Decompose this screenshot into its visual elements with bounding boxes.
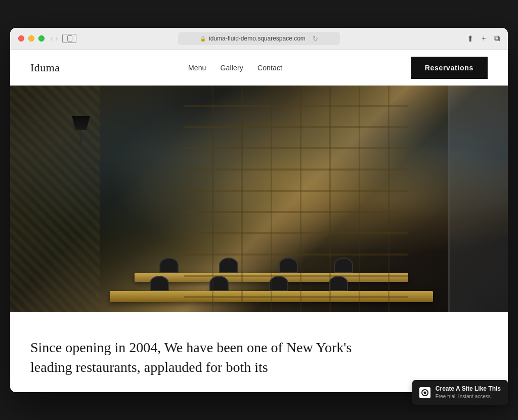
chair bbox=[329, 276, 348, 291]
lock-icon: 🔒 bbox=[200, 36, 206, 41]
title-bar: ‹ › 🔒 iduma-fluid-demo.squarespace.com ↻… bbox=[10, 28, 508, 50]
new-tab-icon[interactable]: + bbox=[482, 34, 486, 43]
share-icon[interactable]: ⬆ bbox=[467, 34, 473, 44]
reservations-button[interactable]: Reservations bbox=[411, 57, 488, 79]
squarespace-badge[interactable]: Create A Site Like This Free trial. Inst… bbox=[412, 380, 508, 392]
nav-gallery-link[interactable]: Gallery bbox=[221, 64, 243, 72]
badge-main-text: Create A Site Like This bbox=[436, 385, 501, 392]
nav-links: Menu Gallery Contact bbox=[188, 64, 282, 72]
pendant-lamp bbox=[71, 116, 91, 144]
site-logo: Iduma bbox=[30, 61, 60, 74]
squarespace-logo bbox=[419, 387, 430, 392]
site-content: Iduma Menu Gallery Contact Reservations bbox=[10, 50, 508, 392]
chair bbox=[269, 276, 288, 291]
hero-image bbox=[10, 86, 508, 312]
chair bbox=[334, 258, 353, 273]
back-arrow-icon[interactable]: ‹ bbox=[51, 34, 53, 43]
title-bar-right-controls: ⬆ + ⧉ bbox=[467, 34, 500, 44]
lamp-shade bbox=[72, 116, 90, 130]
minimize-button[interactable] bbox=[28, 35, 34, 41]
nav-menu-link[interactable]: Menu bbox=[188, 64, 206, 72]
window-panel bbox=[448, 86, 508, 312]
intro-text: Since opening in 2004, We have been one … bbox=[30, 338, 384, 377]
squarespace-logo-mark bbox=[421, 389, 428, 392]
window-view-controls bbox=[62, 34, 76, 43]
chair bbox=[219, 258, 238, 273]
url-text: iduma-fluid-demo.squarespace.com bbox=[209, 35, 306, 42]
badge-text: Create A Site Like This Free trial. Inst… bbox=[436, 385, 501, 392]
chair bbox=[159, 258, 179, 273]
traffic-lights bbox=[18, 35, 45, 41]
maximize-button[interactable] bbox=[38, 35, 45, 41]
close-button[interactable] bbox=[18, 35, 24, 41]
nav-arrows: ‹ › bbox=[51, 34, 58, 43]
reload-icon[interactable]: ↻ bbox=[313, 35, 318, 43]
chair bbox=[279, 258, 298, 273]
nav-contact-link[interactable]: Contact bbox=[257, 64, 282, 72]
dining-table-back bbox=[135, 273, 408, 282]
chair bbox=[209, 276, 229, 291]
address-bar[interactable]: 🔒 iduma-fluid-demo.squarespace.com ↻ bbox=[178, 32, 340, 45]
dining-table-front bbox=[110, 291, 434, 302]
forward-arrow-icon[interactable]: › bbox=[55, 34, 58, 43]
tabs-icon[interactable]: ⧉ bbox=[494, 34, 500, 43]
lamp-stem bbox=[80, 130, 82, 143]
chair bbox=[150, 276, 169, 291]
browser-window: ‹ › 🔒 iduma-fluid-demo.squarespace.com ↻… bbox=[10, 28, 508, 392]
window-layout-icon[interactable] bbox=[62, 34, 76, 43]
site-nav: Iduma Menu Gallery Contact Reservations bbox=[10, 50, 508, 86]
